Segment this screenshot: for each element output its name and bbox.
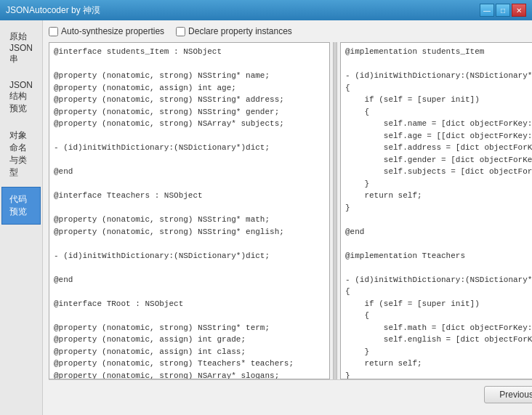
- sidebar: 原始JSON串 JSON结构预览 对象命名与类型 代码预览: [0, 20, 43, 415]
- code-panels: @interface students_Item : NSObject @pro…: [49, 42, 532, 379]
- sidebar-item-raw-json[interactable]: 原始JSON串: [1, 24, 41, 72]
- sidebar-item-json-preview[interactable]: JSON结构预览: [1, 73, 41, 121]
- auto-synthesize-input[interactable]: [49, 27, 58, 36]
- auto-synthesize-checkbox[interactable]: Auto-synthesize properties: [49, 26, 164, 36]
- window-title: JSONAutocoder by 神漠: [6, 4, 100, 17]
- previous-button[interactable]: Previous: [484, 386, 532, 403]
- content-area: Auto-synthesize properties Declare prope…: [43, 20, 532, 415]
- sidebar-item-code-preview[interactable]: 代码预览: [1, 187, 41, 225]
- declare-property-checkbox[interactable]: Declare property instances: [176, 26, 292, 36]
- maximize-button[interactable]: □: [496, 4, 510, 17]
- minimize-button[interactable]: —: [480, 4, 494, 17]
- window-controls: — □ ✕: [480, 4, 526, 17]
- toolbar: Auto-synthesize properties Declare prope…: [49, 26, 532, 36]
- close-button[interactable]: ✕: [512, 4, 526, 17]
- right-code-panel[interactable]: @implementation students_Item - (id)init…: [340, 42, 532, 379]
- title-bar: JSONAutocoder by 神漠 — □ ✕: [0, 0, 532, 20]
- declare-property-input[interactable]: [176, 27, 185, 36]
- left-code-panel[interactable]: @interface students_Item : NSObject @pro…: [49, 42, 330, 379]
- sidebar-item-class-naming[interactable]: 对象命名与类型: [1, 123, 41, 185]
- bottom-bar: Previous Next: [49, 379, 532, 409]
- main-container: 原始JSON串 JSON结构预览 对象命名与类型 代码预览 Auto-synth…: [0, 20, 532, 415]
- panel-divider[interactable]: [333, 42, 337, 379]
